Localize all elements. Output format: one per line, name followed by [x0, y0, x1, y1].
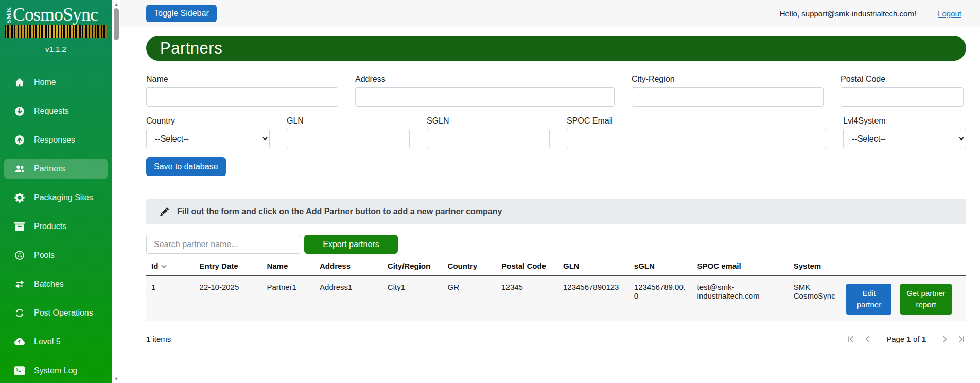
sidebar-item-label: Pools: [34, 251, 55, 260]
logo-smk-text: SMK: [5, 7, 12, 24]
get-partner-report-button[interactable]: Get partner report: [900, 284, 952, 315]
table-toolbar: Export partners: [146, 235, 966, 254]
barcode-graphic: [5, 25, 107, 38]
app-version: v1.1.2: [0, 45, 112, 54]
scrollbar-up-arrow-icon[interactable]: ▲: [114, 2, 119, 7]
sidebar-item-packaging-sites[interactable]: Packaging Sites: [4, 187, 108, 208]
country-label: Country: [146, 116, 270, 126]
sidebar-item-batches[interactable]: Batches: [4, 274, 108, 294]
postal-code-label: Postal Code: [841, 75, 964, 84]
cell-entry-date: 22-10-2025: [195, 276, 262, 321]
sidebar-item-label: System Log: [34, 366, 77, 375]
info-bar: Fill out the form and click on the Add P…: [146, 199, 966, 224]
save-to-database-button[interactable]: Save to database: [146, 157, 226, 176]
export-partners-button[interactable]: Export partners: [304, 235, 398, 254]
lvl4system-select[interactable]: --Select--: [843, 129, 966, 148]
user-greeting: Hello, support@smk-industrialtech.com!: [780, 9, 916, 18]
sidebar-item-label: Home: [34, 78, 56, 87]
sidebar-nav: Home Requests Responses Partners Packagi…: [0, 72, 112, 381]
box-icon: [14, 221, 25, 232]
sidebar-item-home[interactable]: Home: [4, 72, 108, 93]
sidebar-item-label: Packaging Sites: [34, 193, 93, 202]
spoc-email-field[interactable]: [567, 129, 826, 148]
pool-circle-icon: [14, 250, 25, 260]
table-row: 1 22-10-2025 Partner1 Address1 City1 GR …: [146, 276, 966, 321]
lvl4system-label: Lvl4System: [843, 116, 966, 126]
column-header-city-region[interactable]: City/Region: [382, 258, 443, 276]
page-indicator: Page 1 of 1: [886, 335, 926, 343]
cell-sgln: 123456789.00.0: [629, 276, 692, 321]
postal-code-field[interactable]: [841, 87, 964, 107]
page-title: Partners: [146, 36, 966, 61]
spoc-email-label: SPOC Email: [567, 116, 826, 126]
partner-form-row-2: Country --Select-- GLN SGLN SPOC Email L…: [146, 116, 966, 148]
items-count: 1 items: [146, 335, 171, 343]
gln-field[interactable]: [287, 129, 410, 148]
column-header-entry-date[interactable]: Entry Date: [195, 258, 262, 276]
last-page-icon[interactable]: [957, 335, 966, 344]
sidebar-item-label: Responses: [34, 135, 75, 145]
partner-form-row-1: Name Address City-Region Postal Code: [146, 75, 966, 107]
gln-label: GLN: [287, 116, 410, 126]
table-footer: 1 items Page 1 of 1: [146, 335, 966, 344]
next-page-icon[interactable]: [940, 335, 950, 344]
sidebar-item-post-operations[interactable]: Post Operations: [4, 303, 108, 323]
cell-postal-code: 12345: [496, 276, 558, 321]
sidebar-item-responses[interactable]: Responses: [4, 130, 108, 150]
column-header-sgln[interactable]: sGLN: [629, 258, 692, 276]
scrollbar-thumb[interactable]: [114, 8, 119, 40]
column-header-id[interactable]: Id: [146, 258, 195, 276]
people-icon: [14, 164, 25, 174]
sidebar-item-pools[interactable]: Pools: [4, 245, 108, 266]
sidebar-item-partners[interactable]: Partners: [4, 159, 108, 179]
sidebar-item-label: Post Operations: [34, 308, 93, 318]
scrollbar-down-arrow-icon[interactable]: ▼: [114, 376, 119, 381]
sort-down-icon: [161, 265, 167, 268]
cell-gln: 1234567890123: [558, 276, 629, 321]
column-header-report: [898, 258, 966, 276]
cell-system: SMK CosmoSync: [789, 276, 845, 321]
sidebar-item-system-log[interactable]: System Log: [4, 360, 108, 381]
logo-name-text: CosmoSync: [13, 5, 98, 24]
vertical-scrollbar[interactable]: ▲ ▼: [112, 0, 120, 383]
column-header-system[interactable]: System: [789, 258, 845, 276]
name-label: Name: [146, 75, 338, 84]
name-field[interactable]: [146, 87, 338, 107]
edit-partner-button[interactable]: Edit partner: [846, 284, 891, 315]
sidebar-item-requests[interactable]: Requests: [4, 101, 108, 121]
cell-address: Address1: [314, 276, 382, 321]
pencil-icon: [160, 207, 169, 216]
terminal-icon: [14, 365, 25, 376]
column-header-postal-code[interactable]: Postal Code: [496, 258, 558, 276]
column-header-spoc-email[interactable]: SPOC email: [692, 258, 789, 276]
page-content: Partners Name Address City-Region Postal…: [120, 27, 980, 344]
sidebar-item-label: Batches: [34, 280, 64, 289]
sidebar-item-label: Products: [34, 222, 66, 231]
cloud-upload-icon: [14, 337, 25, 347]
cell-id: 1: [146, 276, 195, 321]
table-header-row: Id Entry Date Name Address City/Region C…: [146, 258, 966, 276]
first-page-icon[interactable]: [846, 335, 855, 344]
address-field[interactable]: [355, 87, 615, 107]
sgln-field[interactable]: [427, 129, 550, 148]
column-header-name[interactable]: Name: [261, 258, 314, 276]
partners-table: Id Entry Date Name Address City/Region C…: [146, 258, 966, 321]
column-header-address[interactable]: Address: [314, 258, 382, 276]
logout-link[interactable]: Logout: [938, 9, 961, 18]
gear-icon: [14, 193, 25, 203]
home-icon: [14, 77, 25, 88]
toggle-sidebar-button[interactable]: Toggle Sidebar: [146, 5, 217, 22]
city-region-field[interactable]: [632, 87, 824, 107]
previous-page-icon[interactable]: [863, 335, 872, 344]
sidebar-item-label: Level 5: [34, 337, 61, 346]
column-header-gln[interactable]: GLN: [558, 258, 629, 276]
info-bar-text: Fill out the form and click on the Add P…: [177, 207, 502, 216]
country-select[interactable]: --Select--: [146, 129, 270, 148]
sidebar-item-label: Requests: [34, 107, 69, 116]
cell-city-region: City1: [382, 276, 443, 321]
column-header-country[interactable]: Country: [443, 258, 497, 276]
sidebar-item-level-5[interactable]: Level 5: [4, 332, 108, 352]
sidebar-item-products[interactable]: Products: [4, 216, 108, 237]
search-input[interactable]: [146, 235, 300, 254]
left-right-arrows-icon: [14, 279, 25, 289]
